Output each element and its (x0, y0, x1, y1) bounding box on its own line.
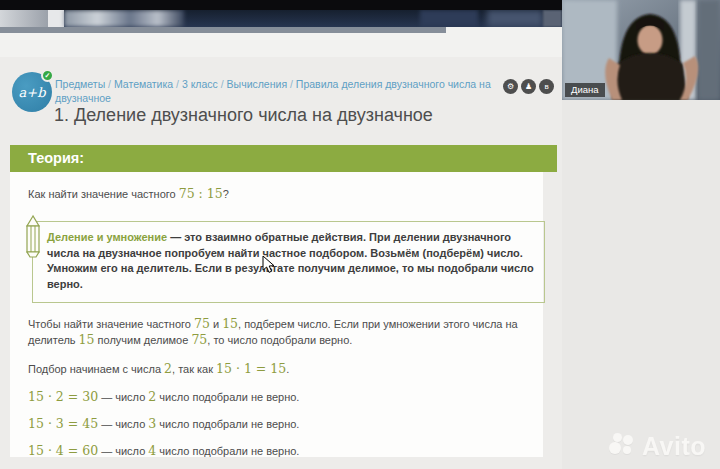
math-fragment: 75 (191, 332, 207, 347)
tab-blurred-segment (543, 10, 562, 27)
breadcrumb-item[interactable]: Вычисления (227, 78, 287, 90)
avito-logo-icon (608, 431, 638, 461)
tab-blurred-segment[interactable] (48, 10, 64, 27)
share-buttons: ⚙♟в (503, 79, 554, 94)
breadcrumb-item[interactable]: Предметы (55, 78, 105, 90)
theory-line: 15 · 4 = 60 — число 4 число подобрали не… (28, 444, 533, 458)
progress-strip (0, 27, 446, 33)
text-fragment: , то число подобрали верно. (207, 334, 352, 346)
text-fragment: Чтобы найти значение частного (28, 318, 194, 330)
theory-paragraph: Подбор начинаем с числа 2, так как 15 · … (28, 361, 533, 377)
text-fragment: ? (223, 188, 229, 200)
definition-text: Деление и умножение — это взаимно обратн… (47, 231, 534, 290)
lesson-page: a+b ✓ Предметы / Математика / 3 класс / … (0, 57, 562, 469)
gear-icon[interactable]: ⚙ (503, 79, 518, 94)
checkmark-badge-icon: ✓ (41, 69, 54, 82)
text-fragment: — число (98, 391, 148, 403)
text-fragment: Как найти значение частного (28, 188, 179, 200)
theory-section-header: Теория: (10, 145, 557, 172)
tab-blurred-segment[interactable] (0, 10, 48, 27)
text-fragment: число подобрали не верно. (156, 391, 299, 403)
text-fragment: , так как (172, 363, 216, 375)
math-fragment: Деление и умножение (47, 231, 167, 243)
breadcrumb-separator: / (218, 78, 227, 90)
vk-icon[interactable]: в (539, 79, 554, 94)
tab-blurred-segment[interactable] (487, 10, 543, 27)
breadcrumb-separator: / (287, 78, 296, 90)
tab-blurred-segment[interactable] (64, 10, 184, 27)
definition-box: Деление и умножение — это взаимно обратн… (32, 221, 545, 303)
page-title: 1. Деление двузначного числа на двузначн… (54, 105, 433, 126)
text-fragment: получим делимое (95, 334, 192, 346)
text-fragment: и (210, 318, 222, 330)
math-fragment: 15 (222, 316, 238, 331)
site-logo[interactable]: a+b ✓ (12, 72, 52, 112)
tab-blurred-segment[interactable] (420, 10, 478, 27)
avito-watermark-text: Avito (642, 432, 706, 461)
text-fragment: число подобрали не верно. (156, 445, 299, 457)
theory-lines: 15 · 2 = 30 — число 2 число подобрали не… (28, 390, 533, 469)
theory-line: 15 · 2 = 30 — число 2 число подобрали не… (28, 390, 533, 404)
theory-section-title: Теория: (10, 145, 557, 171)
breadcrumb-separator: / (105, 78, 114, 90)
avito-watermark: Avito (608, 431, 706, 461)
theory-line: 15 · 3 = 45 — число 3 число подобрали не… (28, 417, 533, 431)
math-fragment: 75 (194, 316, 210, 331)
theory-content-card: Как найти значение частного 75 : 15? Дел… (10, 172, 543, 457)
math-fragment: 15 · 2 = 30 (28, 389, 98, 404)
text-fragment: — число (98, 445, 148, 457)
theory-paragraph: Чтобы найти значение частного 75 и 15, п… (28, 316, 533, 348)
text-fragment: Подбор начинаем с числа (28, 363, 164, 375)
breadcrumb-item[interactable]: 3 класс (182, 78, 218, 90)
math-fragment: 75 : 15 (179, 186, 223, 201)
math-fragment: 2 (164, 361, 172, 376)
webcam-video[interactable]: Диана (562, 0, 720, 100)
breadcrumb-item[interactable]: Математика (114, 78, 173, 90)
text-fragment: — число (98, 418, 148, 430)
text-fragment: . (286, 363, 289, 375)
breadcrumb: Предметы / Математика / 3 класс / Вычисл… (55, 77, 503, 105)
browser-tab-strip[interactable] (0, 10, 562, 27)
participant-name-label: Диана (565, 83, 605, 97)
person-icon[interactable]: ♟ (521, 79, 536, 94)
breadcrumb-separator: / (173, 78, 182, 90)
math-fragment: 15 · 1 = 15 (216, 361, 286, 376)
theory-question: Как найти значение частного 75 : 15? (28, 186, 533, 201)
math-fragment: 15 · 4 = 60 (28, 443, 98, 458)
math-fragment: 15 · 3 = 45 (28, 416, 98, 431)
pencil-icon (24, 214, 42, 263)
mouse-cursor (262, 255, 275, 278)
text-fragment: число подобрали не верно. (156, 418, 299, 430)
math-fragment: 15 (79, 332, 95, 347)
